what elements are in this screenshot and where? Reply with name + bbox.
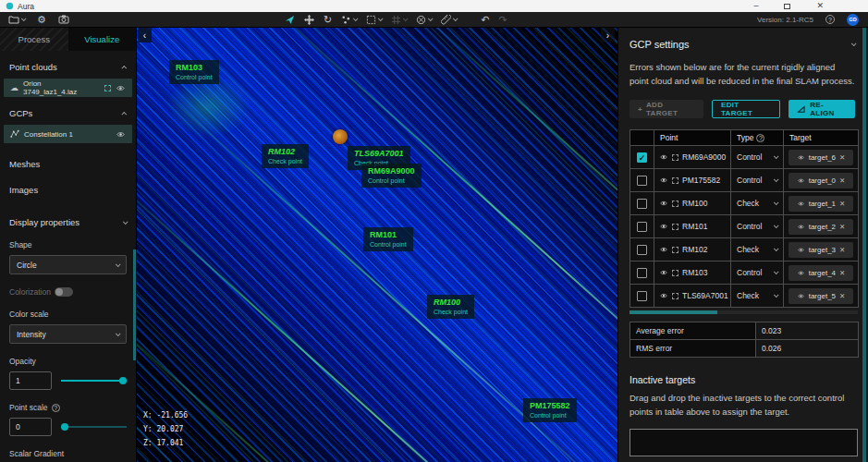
eye-icon[interactable] [797,247,805,253]
opacity-slider[interactable] [61,376,127,385]
focus-icon[interactable] [672,177,679,184]
type-select[interactable]: Control [737,268,777,277]
help-icon[interactable]: ? [756,134,764,142]
type-select[interactable]: Check [737,245,777,254]
open-project-button[interactable] [8,15,25,24]
tab-process[interactable]: Process [0,28,68,51]
collapse-left-panel-button[interactable]: ‹ [138,28,152,43]
eye-icon[interactable] [659,269,668,276]
gcp-label-pm175582[interactable]: PM175582 Control point [523,398,577,422]
target-chip[interactable]: target_6 ✕ [789,150,853,165]
row-checkbox[interactable] [637,222,647,232]
select-tool-icon[interactable] [285,15,295,25]
type-select[interactable]: Control [737,176,777,185]
eye-icon[interactable] [116,84,126,92]
target-tool-icon[interactable] [416,15,432,25]
target-chip[interactable]: target_2 ✕ [789,219,853,235]
eye-icon[interactable] [797,293,805,299]
help-icon[interactable]: ? [52,404,60,412]
eye-icon[interactable] [659,153,668,161]
row-checkbox[interactable] [637,245,647,255]
orbit-tool-icon[interactable]: ↻ [324,15,332,25]
eye-icon[interactable] [116,130,126,139]
gcp-label-rm100[interactable]: RM100 Check point [427,295,474,319]
remove-target-icon[interactable]: ✕ [839,223,845,231]
gcp-constellation-item[interactable]: Constellation 1 [4,125,132,143]
section-gcps[interactable]: GCPs [0,108,136,118]
target-chip[interactable]: target_3 ✕ [789,242,853,258]
user-avatar[interactable]: GD [847,14,859,26]
gcp-label-rm69a9000[interactable]: RM69A9000 Control point [361,164,422,188]
color-scale-select[interactable]: Intensity [9,324,127,344]
point-scale-slider[interactable] [61,422,127,432]
gcp-target-marker[interactable] [333,129,348,144]
section-point-clouds[interactable]: Point clouds [0,62,136,72]
collapse-icon[interactable] [123,219,128,225]
gcp-settings-header[interactable]: GCP settings [630,39,855,50]
chevron-down-icon[interactable] [353,16,359,21]
focus-icon[interactable] [672,154,679,161]
eye-icon[interactable] [659,176,668,184]
opacity-input[interactable]: 1 [9,371,52,390]
eye-icon[interactable] [659,246,668,253]
point-cloud-viewer[interactable]: ‹ › RM103 Control point RM102 Check poin… [137,28,617,462]
add-target-button[interactable]: + ADD TARGET [630,100,703,118]
grid-tool-icon[interactable] [391,15,407,25]
collapse-icon[interactable] [121,65,127,70]
remove-target-icon[interactable]: ✕ [839,246,845,254]
eye-icon[interactable] [797,154,805,161]
row-checkbox[interactable] [637,268,647,278]
remove-target-icon[interactable]: ✕ [839,269,845,277]
remove-target-icon[interactable]: ✕ [839,200,845,208]
point-tool-icon[interactable] [341,15,357,25]
remove-target-icon[interactable]: ✕ [839,153,845,162]
box-select-tool-icon[interactable] [366,15,382,25]
chevron-down-icon[interactable] [851,41,857,46]
point-scale-input[interactable]: 0 [9,418,52,436]
eye-icon[interactable] [659,292,668,299]
shape-select[interactable]: Circle [9,255,127,274]
eye-icon[interactable] [797,177,805,184]
row-checkbox[interactable] [637,199,647,209]
type-select[interactable]: Check [737,199,777,208]
eye-icon[interactable] [797,224,805,230]
focus-icon[interactable] [672,293,679,299]
type-select[interactable]: Control [737,152,777,162]
target-chip[interactable]: target_4 ✕ [789,265,853,281]
focus-icon[interactable] [104,85,111,91]
chevron-down-icon[interactable] [378,16,384,21]
edit-target-button[interactable]: EDIT TARGET [712,100,780,118]
measure-tool-icon[interactable] [441,15,457,25]
eye-icon[interactable] [797,270,805,276]
point-cloud-item[interactable]: ☁ Orion 3749_laz1_4.laz [4,79,132,97]
slider-thumb[interactable] [61,423,68,431]
slider-thumb[interactable] [119,377,127,384]
target-chip[interactable]: target_1 ✕ [789,196,853,212]
chevron-down-icon[interactable] [428,16,434,21]
focus-icon[interactable] [672,201,679,207]
settings-gear-icon[interactable]: ⚙ [37,15,46,25]
focus-icon[interactable] [672,224,679,230]
gcp-label-rm103[interactable]: RM103 Control point [169,60,219,84]
panel-scrollbar[interactable] [862,28,866,462]
focus-icon[interactable] [672,270,679,276]
help-icon[interactable]: ? [825,15,835,24]
target-chip[interactable]: target_0 ✕ [789,173,853,188]
close-icon[interactable]: ✕ [816,2,824,10]
screenshot-camera-icon[interactable] [58,15,69,24]
minimize-icon[interactable]: – [753,2,758,10]
section-meshes[interactable]: Meshes [0,159,136,169]
target-chip[interactable]: target_5 ✕ [789,288,853,304]
remove-target-icon[interactable]: ✕ [839,292,845,300]
eye-icon[interactable] [659,223,668,230]
eye-icon[interactable] [659,200,668,207]
section-display-properties[interactable]: Display properties [0,217,136,227]
re-align-button[interactable]: RE-ALIGN [789,100,855,118]
row-checkbox[interactable] [637,176,647,186]
pan-tool-icon[interactable] [304,15,314,25]
sidebar-scrollbar[interactable] [133,249,136,360]
gcp-label-rm102[interactable]: RM102 Check point [262,144,309,168]
inactive-targets-dropzone[interactable] [630,429,858,456]
tab-visualize[interactable]: Visualize [68,28,137,51]
colorization-toggle[interactable] [55,287,73,297]
